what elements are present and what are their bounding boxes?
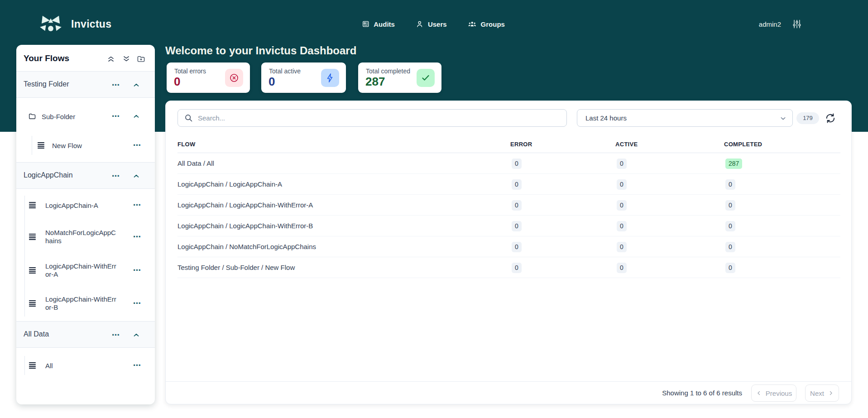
folder-menu-icon[interactable]: ⋯ [110,112,122,121]
active-count-badge: 0 [617,200,627,211]
sidebar-flow-logicappchain-witherror-b[interactable]: LogicAppChain-WithError-B ⋯ [16,290,155,317]
chevron-left-icon [756,390,762,396]
flow-label: LogicAppChain-WithError-A [45,262,120,279]
flows-table-card: Last 24 hours 179 FLOW ERROR ACTIVE COMP… [165,101,852,404]
previous-label: Previous [766,389,792,397]
error-count-badge: 0 [512,200,522,211]
completed-count-badge: 0 [725,242,735,252]
result-count-badge: 179 [796,112,819,124]
nav-item-audits[interactable]: Audits [361,20,395,28]
column-header-error: ERROR [510,141,532,148]
flow-name: LogicAppChain / LogicAppChain-WithError-… [177,201,313,209]
collapse-all-icon[interactable] [106,54,115,63]
sidebar-section-all-data[interactable]: All Data ⋯ [16,321,155,348]
settings-sliders-icon[interactable] [792,19,801,29]
completed-count-badge: 0 [725,221,735,231]
flow-menu-icon[interactable]: ⋯ [131,201,143,210]
sidebar-section-testing-folder[interactable]: Testing Folder ⋯ [16,71,155,98]
table-row[interactable]: LogicAppChain / NoMatchForLogicAppChains… [177,236,840,257]
flow-menu-icon[interactable]: ⋯ [131,266,143,275]
section-label: Testing Folder [24,80,69,88]
sidebar-section-logicappchain[interactable]: LogicAppChain ⋯ [16,162,155,189]
stat-card-total-active: Total active 0 [261,62,346,93]
app-title: Invictus [71,18,111,30]
stat-value: 287 [365,76,385,87]
chevron-up-icon[interactable] [132,112,140,120]
expand-all-icon[interactable] [122,54,131,63]
sidebar-folder-sub-folder[interactable]: Sub-Folder ⋯ [16,107,155,126]
active-count-badge: 0 [617,242,627,252]
flow-name: LogicAppChain / NoMatchForLogicAppChains [177,243,316,250]
refresh-icon[interactable] [825,112,836,124]
stat-label: Total errors [174,67,206,75]
chevron-up-icon[interactable] [132,172,140,180]
active-count-badge: 0 [617,159,627,169]
search-icon [184,113,193,123]
previous-page-button[interactable]: Previous [751,384,796,402]
flow-icon [29,300,36,307]
table-header: FLOW ERROR ACTIVE COMPLETED [177,140,840,153]
table-row[interactable]: LogicAppChain / LogicAppChain-WithError-… [177,216,840,236]
top-nav: Invictus Audits [0,0,868,48]
flow-name: LogicAppChain / LogicAppChain-A [177,180,282,188]
chevron-up-icon[interactable] [132,331,140,339]
flow-name: LogicAppChain / LogicAppChain-WithError-… [177,222,313,230]
circle-x-icon [225,69,243,87]
flow-label: LogicAppChain-WithError-B [45,295,120,312]
completed-count-badge: 287 [725,159,742,169]
search-input[interactable] [198,110,560,126]
section-menu-icon[interactable]: ⋯ [110,172,122,181]
section-menu-icon[interactable]: ⋯ [110,81,122,90]
folder-icon [28,112,36,120]
check-icon [417,69,435,87]
lightning-icon [321,69,339,87]
sidebar-title: Your Flows [24,53,69,63]
sidebar-flow-all[interactable]: All ⋯ [16,356,155,375]
page-title: Welcome to your Invictus Dashboard [165,44,356,57]
stat-value: 0 [174,76,180,87]
section-menu-icon[interactable]: ⋯ [110,331,122,340]
groups-icon [468,20,477,28]
completed-count-badge: 0 [725,200,735,211]
flow-icon [29,362,36,370]
stat-label: Total active [269,67,301,75]
results-summary: Showing 1 to 6 of 6 results [662,389,742,397]
flow-menu-icon[interactable]: ⋯ [131,141,143,150]
new-folder-icon[interactable] [136,54,145,63]
user-menu[interactable]: admin2 [759,20,781,28]
users-icon [416,20,424,28]
flow-menu-icon[interactable]: ⋯ [131,361,143,370]
section-label: All Data [24,330,49,338]
nav-right: admin2 [759,0,801,48]
chevron-up-icon[interactable] [132,81,140,89]
audits-icon [361,20,369,28]
nav-item-groups[interactable]: Groups [468,20,505,28]
sidebar-flow-new-flow[interactable]: New Flow ⋯ [16,136,155,155]
table-row[interactable]: LogicAppChain / LogicAppChain-WithError-… [177,195,840,216]
sidebar-flow-nomatchforlogicappchains[interactable]: NoMatchForLogicAppChains ⋯ [16,224,155,250]
flow-icon [29,233,36,241]
nav-item-users[interactable]: Users [416,20,447,28]
flow-menu-icon[interactable]: ⋯ [131,232,143,241]
table-row[interactable]: All Data / All00287 [177,153,840,174]
active-count-badge: 0 [617,221,627,231]
error-count-badge: 0 [512,159,522,169]
invictus-logo-icon [38,14,63,34]
next-page-button[interactable]: Next [805,384,839,402]
sidebar-flow-logicappchain-a[interactable]: LogicAppChain-A ⋯ [16,196,155,215]
error-count-badge: 0 [512,263,522,273]
table-row[interactable]: LogicAppChain / LogicAppChain-A000 [177,174,840,195]
sidebar-flow-logicappchain-witherror-a[interactable]: LogicAppChain-WithError-A ⋯ [16,257,155,283]
time-range-select[interactable]: Last 24 hours [577,109,793,127]
flow-label: LogicAppChain-A [45,202,120,210]
time-range-value: Last 24 hours [585,114,627,122]
brand-home-link[interactable]: Invictus [38,0,111,48]
table-body: All Data / All00287LogicAppChain / Logic… [177,153,840,278]
nav-item-label: Groups [481,20,505,28]
table-footer: Showing 1 to 6 of 6 results Previous Nex… [166,381,851,404]
table-row[interactable]: Testing Folder / Sub-Folder / New Flow00… [177,257,840,278]
flow-menu-icon[interactable]: ⋯ [131,299,143,308]
active-count-badge: 0 [617,179,627,190]
stat-card-total-completed: Total completed 287 [358,62,441,93]
nav-item-label: Audits [374,20,395,28]
